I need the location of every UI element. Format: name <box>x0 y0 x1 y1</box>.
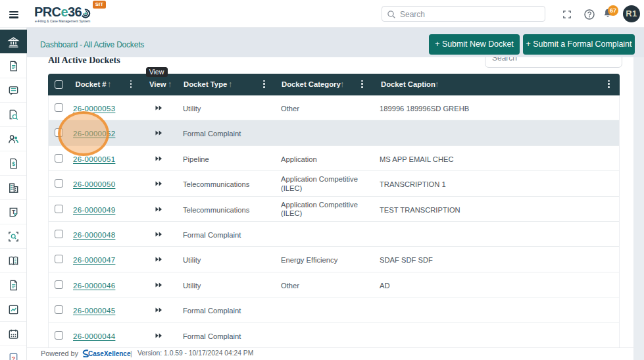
svg-text:$: $ <box>12 161 15 167</box>
svg-text:T: T <box>11 208 15 215</box>
svg-text:?: ? <box>11 355 15 360</box>
